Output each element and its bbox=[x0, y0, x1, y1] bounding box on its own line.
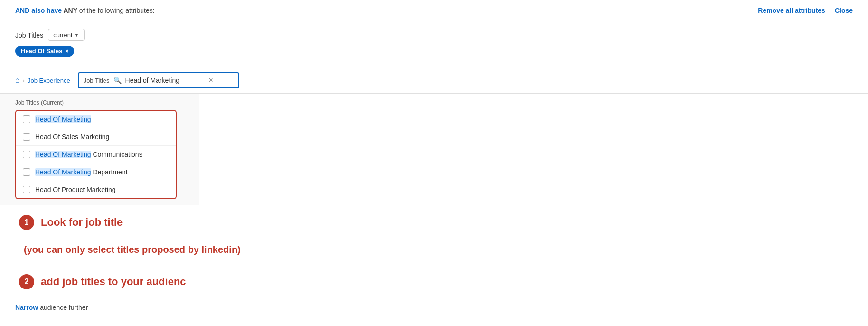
checkbox-head-of-product-marketing[interactable] bbox=[23, 186, 30, 193]
close-link[interactable]: Close bbox=[835, 7, 853, 14]
highlight-span: Head Of Marketing bbox=[35, 115, 91, 123]
item-text: Head Of Product Marketing bbox=[35, 186, 116, 193]
step2-text: add job titles to your audienc bbox=[41, 276, 186, 288]
top-bar: AND also have ANY of the following attri… bbox=[0, 0, 868, 21]
step1-text: Look for job title bbox=[41, 216, 123, 229]
checkbox-head-of-marketing-dept[interactable] bbox=[23, 168, 30, 176]
narrow-link[interactable]: Narrow bbox=[15, 304, 38, 311]
checkbox-head-of-marketing[interactable] bbox=[23, 115, 30, 123]
filter-label: Job Titles bbox=[15, 31, 43, 39]
main-container: AND also have ANY of the following attri… bbox=[0, 0, 868, 326]
top-bar-description: AND also have ANY of the following attri… bbox=[15, 7, 155, 14]
annotation-step2: 2 add job titles to your audienc bbox=[19, 274, 186, 289]
list-item[interactable]: Head Of Marketing Department bbox=[16, 163, 176, 181]
annotation-step1: 1 Look for job title bbox=[19, 215, 123, 230]
step1-badge: 1 bbox=[19, 215, 34, 230]
filter-row: Job Titles current ▼ bbox=[15, 29, 853, 41]
and-keyword: AND also have bbox=[15, 7, 63, 14]
chevron-down-icon: ▼ bbox=[75, 32, 79, 38]
list-item[interactable]: Head Of Sales Marketing bbox=[16, 128, 176, 146]
job-experience-breadcrumb[interactable]: Job Experience bbox=[28, 77, 70, 84]
item-text: Head Of Marketing Communications bbox=[35, 151, 142, 158]
remove-tag-icon[interactable]: × bbox=[65, 48, 68, 55]
checkbox-list: Head Of Marketing Head Of Sales Marketin… bbox=[15, 110, 177, 199]
left-panel: Job Titles (Current) Head Of Marketing H… bbox=[0, 94, 199, 205]
item-text: Head Of Marketing bbox=[35, 115, 91, 123]
tags-row: Head Of Sales × bbox=[15, 46, 853, 57]
results-section-label: Job Titles (Current) bbox=[15, 99, 184, 106]
highlight-span: Head Of Marketing bbox=[35, 168, 91, 176]
narrow-suffix: audience further bbox=[40, 304, 88, 311]
current-dropdown[interactable]: current ▼ bbox=[48, 29, 84, 41]
bottom-bar: Narrow audience further bbox=[0, 299, 868, 316]
sub-note: (you can only select titles proposed by … bbox=[19, 244, 241, 255]
search-input[interactable] bbox=[125, 77, 201, 84]
filter-area: Job Titles current ▼ Head Of Sales × bbox=[0, 21, 868, 67]
tag-label: Head Of Sales bbox=[21, 48, 62, 55]
highlight-span: Head Of Marketing bbox=[35, 151, 91, 158]
checkbox-head-of-marketing-comms[interactable] bbox=[23, 151, 30, 158]
step2-badge: 2 bbox=[19, 274, 34, 289]
search-bar-row: ⌂ › Job Experience Job Titles 🔍 × bbox=[0, 67, 868, 94]
breadcrumb: ⌂ › Job Experience bbox=[15, 76, 70, 85]
home-icon[interactable]: ⌂ bbox=[15, 76, 20, 85]
breadcrumb-separator: › bbox=[23, 77, 25, 84]
top-bar-actions: Remove all attributes Close bbox=[758, 7, 853, 14]
main-content: Job Titles (Current) Head Of Marketing H… bbox=[0, 94, 868, 299]
head-of-sales-tag: Head Of Sales × bbox=[15, 46, 74, 57]
dropdown-value: current bbox=[53, 31, 72, 38]
list-item[interactable]: Head Of Product Marketing bbox=[16, 181, 176, 198]
sub-note-text: (you can only select titles proposed by … bbox=[24, 244, 241, 255]
search-field-label: Job Titles bbox=[84, 77, 110, 84]
list-item[interactable]: Head Of Marketing Communications bbox=[16, 146, 176, 163]
top-bar-suffix: of the following attributes: bbox=[79, 7, 155, 14]
item-text: Head Of Sales Marketing bbox=[35, 133, 109, 141]
any-keyword: ANY bbox=[63, 7, 77, 14]
search-input-wrapper: Job Titles 🔍 × bbox=[78, 72, 239, 88]
remove-all-attributes-link[interactable]: Remove all attributes bbox=[758, 7, 825, 14]
item-text: Head Of Marketing Department bbox=[35, 168, 128, 176]
results-area: Job Titles (Current) Head Of Marketing H… bbox=[0, 94, 199, 205]
clear-search-icon[interactable]: × bbox=[209, 76, 213, 85]
list-item[interactable]: Head Of Marketing bbox=[16, 111, 176, 128]
right-annotations: 1 Look for job title (you can only selec… bbox=[0, 205, 669, 299]
search-icon: 🔍 bbox=[113, 77, 122, 84]
checkbox-head-of-sales-marketing[interactable] bbox=[23, 133, 30, 141]
